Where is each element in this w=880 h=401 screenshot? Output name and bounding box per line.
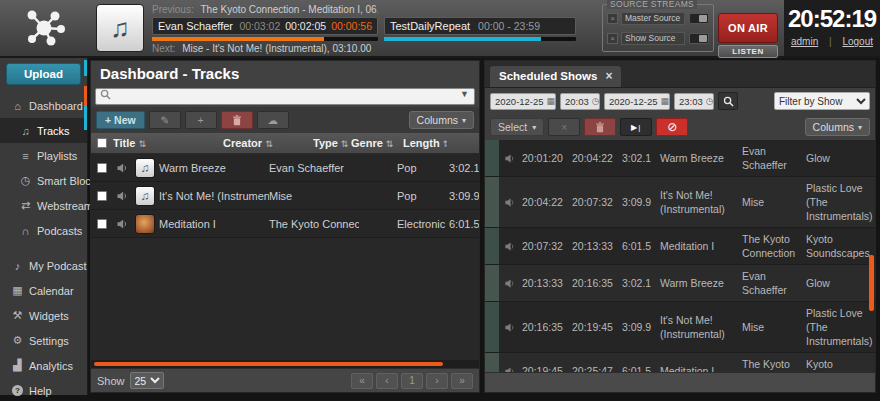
schedule-row[interactable]: 20:04:22 20:07:32 3:09.9 It's Not Me! (I… (485, 177, 875, 228)
show-source-kick-icon[interactable]: × (607, 33, 618, 44)
clock-icon[interactable]: ◷ (592, 96, 600, 106)
column-header[interactable]: Title⇅ (113, 137, 223, 149)
upload-button[interactable]: Upload (6, 63, 81, 85)
preview-cell[interactable] (499, 197, 519, 208)
schedule-row[interactable]: 20:07:32 20:13:33 6:01.5 Meditation I Th… (485, 228, 875, 265)
now-playing-album-art: ♫ (96, 4, 144, 52)
page-size-select[interactable]: 25 (130, 372, 164, 389)
close-icon[interactable]: × (605, 71, 612, 81)
preview-cell[interactable] (499, 366, 519, 373)
horizontal-scrollbar[interactable] (91, 360, 479, 368)
edit-button[interactable]: ✎ (149, 111, 181, 129)
time-from-value: 20:03 (565, 96, 589, 107)
row-checkbox[interactable] (97, 219, 107, 229)
new-track-button[interactable]: + New (96, 111, 145, 129)
columns-button[interactable]: Columns ▾ (409, 111, 474, 129)
master-source-kick-icon[interactable]: × (607, 13, 618, 24)
tracks-panel: Dashboard - Tracks ▼ + New ✎ + ☁ Columns (90, 60, 480, 393)
pencil-icon: ✎ (160, 114, 169, 126)
sidebar-item[interactable]: ♫ Tracks (0, 118, 87, 143)
row-status-indicator (485, 177, 499, 227)
pagination-button[interactable]: » (451, 373, 473, 389)
schedule-row[interactable]: 20:13:33 20:16:35 3:02.1 Warm Breeze Eva… (485, 265, 875, 302)
time-to-input[interactable]: 23:03 ◷ (674, 93, 714, 110)
sidebar-item[interactable]: ♪ My Podcast (0, 253, 87, 278)
show-source-toggle[interactable] (689, 33, 709, 44)
preview-cell[interactable] (499, 278, 519, 289)
clock-icon[interactable]: ◷ (706, 96, 714, 106)
select-all-cell (91, 138, 113, 148)
sidebar-item[interactable]: ≡ Playlists (0, 143, 87, 168)
sidebar-item[interactable]: ▦ Calendar (0, 278, 87, 303)
date-from-input[interactable]: 2020-12-25 ▦ (490, 93, 556, 110)
schedule-row[interactable]: 20:16:35 20:19:45 3:09.9 It's Not Me! (I… (485, 302, 875, 353)
column-header[interactable]: Length⇅ (403, 137, 447, 149)
pagination-button[interactable]: › (426, 373, 448, 389)
length-cell: 3:09.9 (619, 191, 657, 213)
sidebar-item[interactable]: ⇄ Webstreams (0, 193, 87, 218)
title-cell: Warm Breeze (657, 272, 739, 294)
horizontal-scrollbar-thumb[interactable] (94, 362, 443, 366)
clear-selection-button[interactable]: × (548, 118, 580, 136)
advanced-search-caret-icon[interactable]: ▼ (460, 89, 469, 99)
select-dropdown-button[interactable]: Select ▾ (490, 118, 544, 136)
column-header[interactable]: Creator⇅ (223, 137, 313, 149)
table-row[interactable]: ♫ Warm Breeze Evan Schaeffer Pop 3:02.1 (91, 154, 479, 182)
row-checkbox[interactable] (97, 191, 107, 201)
preview-cell[interactable] (113, 218, 131, 230)
sidebar-item[interactable]: ∩ Podcasts (0, 218, 87, 243)
logout-link[interactable]: Logout (842, 36, 873, 47)
tracks-footer: Show 25 « ‹ 1 › » (91, 368, 479, 392)
album-cell: Kyoto Soundscapes (803, 228, 875, 264)
filter-by-show-select[interactable]: Filter by Show (774, 92, 870, 110)
sidebar-item[interactable]: ⚙ Settings (0, 328, 87, 353)
cancel-show-button[interactable]: ⊘ (656, 118, 688, 136)
row-checkbox[interactable] (97, 163, 107, 173)
schedule-row[interactable]: 20:19:45 20:25:47 6:01.5 Meditation I Th… (485, 353, 875, 372)
tracks-search-input[interactable] (95, 88, 475, 105)
column-header-label: Creator (223, 137, 262, 149)
preview-cell[interactable] (499, 153, 519, 164)
calendar-icon[interactable]: ▦ (547, 96, 556, 106)
table-row[interactable]: ♫ It's Not Me! (Instrumental) Mise Pop 3… (91, 182, 479, 210)
time-from-input[interactable]: 20:03 ◷ (560, 93, 600, 110)
schedule-row[interactable]: 20:01:20 20:04:22 3:02.1 Warm Breeze Eva… (485, 140, 875, 177)
sidebar-item[interactable]: ? Help (0, 378, 87, 401)
pagination-button[interactable]: ‹ (376, 373, 398, 389)
album-cell: Glow (803, 272, 875, 294)
delete-button[interactable] (221, 111, 253, 129)
publish-button[interactable]: ☁ (257, 111, 289, 129)
user-link[interactable]: admin (791, 36, 818, 47)
columns-button[interactable]: Columns ▾ (805, 118, 870, 136)
schedule-search-button[interactable] (718, 92, 738, 110)
master-source-toggle[interactable] (689, 13, 709, 24)
select-all-checkbox[interactable] (97, 138, 107, 148)
preview-cell[interactable] (113, 190, 131, 202)
column-header[interactable]: Genre⇅ (351, 137, 403, 149)
remove-scheduled-button[interactable] (584, 118, 616, 136)
table-row[interactable]: Meditation I The Kyoto Connection Electr… (91, 210, 479, 238)
schedule-footer (485, 372, 875, 392)
sidebar-item[interactable]: ◷ Smart Blocks (0, 168, 87, 193)
chevron-down-icon: ▾ (858, 123, 862, 132)
end-time-cell: 20:07:32 (569, 191, 619, 213)
listen-button[interactable]: LISTEN (718, 45, 778, 58)
creator-cell: The Kyoto Connection (739, 228, 803, 264)
column-header[interactable]: Type⇅ (313, 137, 351, 149)
vertical-scrollbar-thumb[interactable] (869, 255, 874, 311)
preview-cell[interactable] (499, 322, 519, 333)
preview-cell[interactable] (113, 162, 131, 174)
sidebar-item[interactable]: ⚒ Widgets (0, 303, 87, 328)
add-button[interactable]: + (185, 111, 217, 129)
jump-to-current-button[interactable]: ▶| (620, 118, 652, 136)
app-logo[interactable] (0, 0, 88, 56)
album-art-glyph: ♫ (135, 186, 155, 206)
tab-scheduled-shows[interactable]: Scheduled Shows × (489, 65, 622, 87)
pagination-button[interactable]: 1 (401, 373, 423, 389)
sidebar-item[interactable]: ▟ Analytics (0, 353, 87, 378)
sidebar-item[interactable]: ⌂ Dashboard (0, 93, 87, 118)
calendar-icon[interactable]: ▦ (661, 96, 670, 106)
preview-cell[interactable] (499, 241, 519, 252)
pagination-button[interactable]: « (351, 373, 373, 389)
date-to-input[interactable]: 2020-12-25 ▦ (604, 93, 670, 110)
